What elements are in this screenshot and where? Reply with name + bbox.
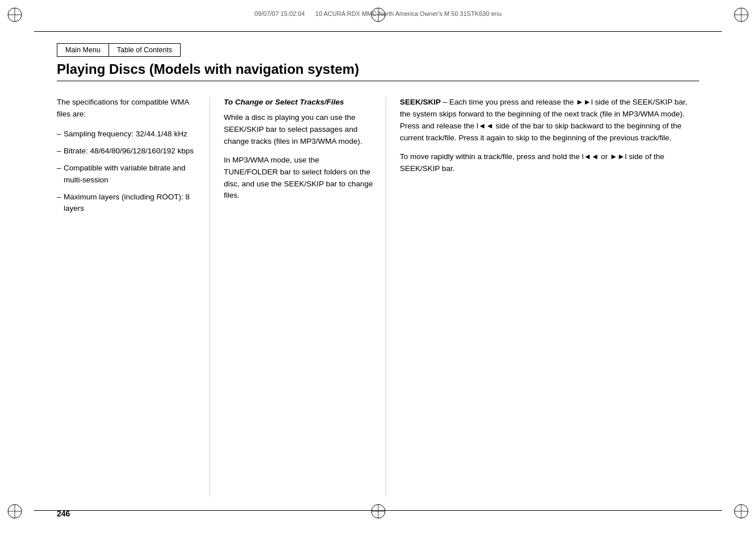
content-area: The specifications for compatible WMA fi… (57, 97, 699, 497)
seek-title: SEEK/SKIP (400, 98, 441, 106)
col-left-intro: The specifications for compatible WMA fi… (57, 97, 198, 120)
crosshair-bottom-center (370, 503, 386, 519)
crosshair-top-left (7, 7, 23, 23)
list-item: Sampling frequency: 32/44.1/48 kHz (57, 128, 198, 140)
top-border-line (34, 31, 722, 32)
page: 09/07/07 15:02:04 10 ACURA RDX MMC North… (0, 0, 756, 542)
list-item: Compatible with variable bitrate and mul… (57, 162, 198, 186)
middle-para1: While a disc is playing you can use the … (224, 112, 374, 148)
page-title: Playing Discs (Models with navigation sy… (57, 61, 699, 81)
col-left: The specifications for compatible WMA fi… (57, 97, 210, 497)
page-number: 246 (57, 509, 70, 518)
list-item: Maximum layers (including ROOT): 8 layer… (57, 191, 198, 215)
crosshair-bottom-right (733, 503, 749, 519)
meta-timestamp: 09/07/07 15:02:04 (254, 10, 305, 17)
top-meta: 09/07/07 15:02:04 10 ACURA RDX MMC North… (57, 10, 699, 17)
meta-doc-info: 10 ACURA RDX MMC North America Owner's M… (315, 10, 502, 17)
middle-section-title: To Change or Select Tracks/Files (224, 97, 374, 109)
middle-para2: In MP3/WMA mode, use the TUNE/FOLDER bar… (224, 155, 374, 202)
crosshair-top-right (733, 7, 749, 23)
col-middle: To Change or Select Tracks/Files While a… (210, 97, 386, 497)
nav-buttons: Main Menu Table of Contents (57, 43, 181, 57)
main-menu-button[interactable]: Main Menu (57, 43, 108, 57)
seek-dash: – (441, 98, 449, 106)
right-para2: To move rapidly within a track/file, pre… (400, 151, 699, 175)
col-right: SEEK/SKIP – Each time you press and rele… (386, 97, 699, 497)
right-para1: SEEK/SKIP – Each time you press and rele… (400, 97, 699, 144)
toc-button[interactable]: Table of Contents (108, 43, 181, 57)
bullet-list: Sampling frequency: 32/44.1/48 kHz Bitra… (57, 128, 198, 215)
list-item: Bitrate: 48/64/80/96/128/160/192 kbps (57, 145, 198, 157)
crosshair-bottom-left (7, 503, 23, 519)
